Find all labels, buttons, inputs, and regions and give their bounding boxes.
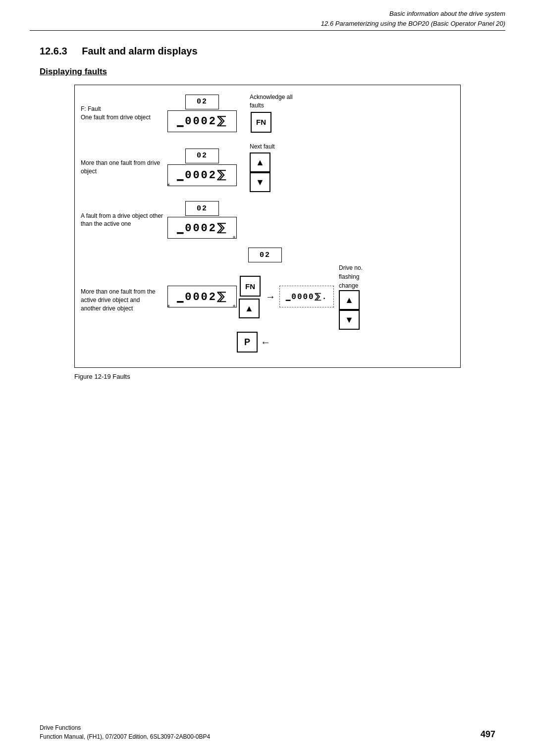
page-footer: Drive Functions Function Manual, (FH1), … xyxy=(40,723,495,741)
row4-display-small: 02 xyxy=(248,248,282,262)
footer-left: Drive Functions Function Manual, (FH1), … xyxy=(40,723,210,741)
up-arrow-row2[interactable]: ▲ xyxy=(250,152,270,172)
section-number: 12.6.3 xyxy=(40,46,67,56)
fn-button-row4[interactable]: FN xyxy=(240,276,261,297)
fn-button-row1[interactable]: FN xyxy=(251,112,271,133)
up-arrow-row4[interactable]: ▲ xyxy=(239,299,260,318)
page-number: 497 xyxy=(481,728,495,741)
right-arrow-icon: → xyxy=(266,291,275,302)
diagram-row-1: F: Fault One fault from drive object 02 … xyxy=(81,93,454,134)
drive-no-display: ▁0000⅀. xyxy=(279,286,334,307)
arrows-group-row2: ▲ ▼ xyxy=(250,152,270,192)
header-line2: 12.6 Parameterizing using the BOP20 (Bas… xyxy=(30,19,505,29)
arrows-group-row4: ▲ ▼ xyxy=(339,290,360,330)
row2-display-large: ▁0002⅀ xyxy=(167,164,237,186)
diagram-row-3: A fault from a drive object other than t… xyxy=(81,201,454,239)
row1-display-small: 02 xyxy=(185,95,219,109)
p-button-row4[interactable]: P xyxy=(237,332,258,353)
section-heading: 12.6.3 Fault and alarm displays xyxy=(40,46,495,57)
row2-display-block: 02 ▁0002⅀ xyxy=(167,149,237,186)
row1-annotation: Acknowledge all faults xyxy=(250,93,293,110)
row4-label: More than one fault from the active driv… xyxy=(81,288,167,312)
sub-heading: Displaying faults xyxy=(40,67,495,77)
down-arrow-row2[interactable]: ▼ xyxy=(250,172,270,192)
fault-diagram: F: Fault One fault from drive object 02 … xyxy=(74,85,461,368)
footer-left-line2: Function Manual, (FH1), 07/2007 Edition,… xyxy=(40,732,210,741)
figure-caption: Figure 12-19 Faults xyxy=(74,373,461,380)
row1-label: F: Fault One fault from drive object xyxy=(81,105,167,122)
row3-display-large: ▁0002⅀ xyxy=(167,217,237,239)
row3-display-block: 02 ▁0002⅀ xyxy=(167,201,237,239)
diagram-row-4: More than one fault from the active driv… xyxy=(81,248,454,353)
row1-display-large: ▁0002⅀ xyxy=(167,110,237,132)
row3-display-small: 02 xyxy=(185,201,219,216)
up-arrow-row4-right[interactable]: ▲ xyxy=(339,290,360,310)
header-line1: Basic information about the drive system xyxy=(30,9,505,19)
row2-display-small: 02 xyxy=(185,149,219,163)
section-title: Fault and alarm displays xyxy=(82,46,197,56)
row1-display-block: 02 ▁0002⅀ xyxy=(167,95,237,132)
row2-annotation: Next fault xyxy=(250,143,275,151)
footer-left-line1: Drive Functions xyxy=(40,723,210,732)
row4-annotation: Drive no. flashing change xyxy=(339,263,363,290)
left-arrow-icon: ← xyxy=(261,337,270,348)
row2-label: More than one fault from drive object xyxy=(81,159,167,176)
row3-label: A fault from a drive object other than t… xyxy=(81,212,167,229)
row4-display-large: ▁0002⅀ xyxy=(167,286,237,307)
down-arrow-row4-right[interactable]: ▼ xyxy=(339,310,360,330)
diagram-row-2: More than one fault from drive object 02… xyxy=(81,143,454,193)
page-content: 12.6.3 Fault and alarm displays Displayi… xyxy=(0,31,535,400)
page-header: Basic information about the drive system… xyxy=(0,0,535,30)
